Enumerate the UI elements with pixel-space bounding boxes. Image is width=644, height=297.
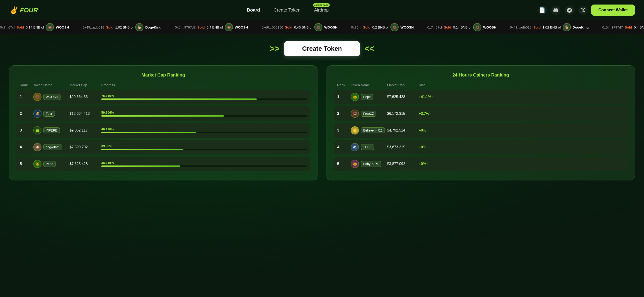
ticker-action: Sold: [197, 25, 205, 29]
market-cap-value: $7,625.428: [387, 95, 419, 99]
rise-cell: +0% ↑: [419, 128, 624, 132]
rise-arrow-icon: ↑: [427, 129, 428, 132]
rank-number: 1: [337, 95, 351, 99]
rise-value: +0%: [419, 128, 426, 132]
ticker-token-name: DogeKing: [572, 25, 589, 29]
rise-arrow-icon: ↑: [427, 145, 428, 149]
ticker-amount: 0.46 BNB of: [294, 25, 312, 29]
ticker-token-icon: 🐻: [473, 23, 481, 31]
chevron-right-icon: <<: [364, 44, 374, 53]
rise-cell: +3.7% ↑: [419, 112, 624, 116]
token-name-badge: FreeCZ: [361, 111, 376, 117]
progress-cell: 38.319%: [101, 161, 307, 167]
token-avatar: 🐻: [351, 110, 359, 118]
ticker-token-name: DogeKing: [145, 25, 161, 29]
token-avatar: 🐶: [33, 143, 42, 151]
progress-bar-bg: [101, 115, 307, 117]
nav-board[interactable]: Board: [247, 7, 260, 13]
connect-wallet-button[interactable]: Connect Wallet: [591, 4, 635, 16]
table-row[interactable]: 1 🐸 Pepe $7,625.428 +41.1% ↑: [334, 90, 628, 104]
create-token-hero-button[interactable]: Create Token: [284, 41, 360, 56]
rise-arrow-icon: ↑: [430, 112, 432, 115]
progress-cell: 59.606%: [101, 111, 307, 117]
rise-arrow-icon: ↑: [432, 95, 434, 99]
nav-create-token[interactable]: Create Token: [274, 7, 300, 13]
header-market-cap-g: Market Cap: [387, 83, 419, 87]
gainers-panel: 24 Hours Gainers Ranking Rank Token Name…: [326, 65, 635, 180]
chevron-left-icon: >>: [270, 44, 280, 53]
rise-value: +3.7%: [419, 112, 429, 116]
progress-label: 46.176%: [101, 127, 307, 131]
token-avatar: ✌️: [33, 110, 42, 118]
ticker-token-name: WOOSH: [235, 25, 248, 29]
ticker-amount: 0.14 BNB of: [26, 25, 44, 29]
ticker-item: 0x5f...9797d7 Sold 0.4 BNB of 🐻 WOOSH: [602, 23, 644, 31]
rank-number: 3: [337, 128, 351, 133]
rise-cell: +0% ↑: [419, 145, 624, 149]
progress-bar-bg: [101, 98, 307, 100]
progress-bar-fill: [101, 132, 196, 133]
token-avatar: 🐸: [33, 160, 42, 168]
token-name-badge: Four: [43, 111, 55, 117]
market-cap-value: $3,877.092: [387, 162, 419, 166]
logo-icon: ✌️: [9, 6, 18, 14]
table-row[interactable]: 5 🐸 Pepe $7,625.428 38.319%: [16, 157, 310, 171]
market-cap-value: $9,062.117: [70, 128, 101, 132]
ticker-action: Sold: [625, 25, 632, 29]
token-cell: ✌️ Four: [33, 110, 70, 118]
rank-number: 2: [20, 111, 33, 116]
header-market-cap: Market Cap: [70, 83, 101, 87]
table-row[interactable]: 5 🐸 BabyPEPE $3,877.092 +0% ↑: [334, 157, 628, 171]
table-row[interactable]: 1 🐻 WOOSH $20,664.53 75.616%: [16, 90, 310, 104]
rise-value: +0%: [419, 145, 426, 149]
header-token-name-g: Token Name: [351, 83, 387, 87]
logo[interactable]: ✌️ FOUR: [9, 6, 38, 14]
logo-text: FOUR: [20, 6, 38, 14]
ticker-addr: 0x7...67cf: [427, 25, 442, 29]
table-row[interactable]: 3 🐸 YIPEPE $9,062.117 46.176%: [16, 123, 310, 138]
rise-value: +41.1%: [419, 95, 431, 99]
token-name-badge: WOOSH: [43, 94, 60, 100]
progress-bar-fill: [101, 149, 183, 150]
token-cell: 🐸 Pepe: [351, 93, 387, 101]
market-cap-value: $4,792.514: [387, 128, 419, 132]
table-row[interactable]: 3 ⭐ Believe In CZ $4,792.514 +0% ↑: [334, 123, 628, 138]
ticker-token-icon: 🐕: [135, 23, 144, 31]
rank-number: 4: [20, 145, 33, 149]
main-content: >> Create Token << Market Cap Ranking Ra…: [0, 34, 644, 190]
header-progress: Progress: [101, 83, 307, 87]
ticker-amount: 1.02 BNB of: [542, 25, 561, 29]
ticker-token-name: WOOSH: [56, 25, 69, 29]
ticker-addr: 0x76...: [351, 25, 361, 29]
ticker-action: Sold: [16, 25, 24, 29]
ticker-token-icon: 🐻: [225, 23, 233, 31]
discord-icon[interactable]: [551, 6, 560, 15]
ticker-inner: 0x7...67cf Sold 0.14 BNB of 🐻 WOOSH 0x49…: [0, 23, 644, 31]
navbar: ✌️ FOUR Board Create Token coming soon A…: [0, 0, 644, 20]
token-name-badge: YIPEPE: [43, 127, 60, 133]
table-row[interactable]: 4 🐶 dogwifhat $7,890.702 39.93%: [16, 140, 310, 154]
progress-label: 59.606%: [101, 111, 307, 114]
ticker-item: 0xd6...066150 Sold 0.46 BNB of 🐻 WOOSH: [262, 23, 338, 31]
nav-links: Board Create Token coming soon Airdrop: [247, 7, 329, 13]
token-cell: 🐻 WOOSH: [33, 93, 70, 101]
table-row[interactable]: 4 🌊 TEEE $3,873.315 +0% ↑: [334, 140, 628, 154]
ticker-item: 0x76... Sold 0.2 BNB of 🐻 WOOSH: [351, 23, 414, 31]
table-row[interactable]: 2 ✌️ Four $12,664.413 59.606%: [16, 106, 310, 121]
market-cap-title: Market Cap Ranking: [16, 72, 310, 78]
header-rise: Rise: [419, 83, 624, 87]
ticker-token-icon: 🐻: [314, 23, 322, 31]
ticker-token-icon: 🐻: [390, 23, 398, 31]
rank-number: 5: [20, 162, 33, 166]
token-cell: 🐶 dogwifhat: [33, 143, 70, 151]
table-row[interactable]: 2 🐻 FreeCZ $6,172.315 +3.7% ↑: [334, 106, 628, 121]
docs-icon[interactable]: 📄: [538, 6, 547, 15]
header-token-name: Token Name: [33, 83, 70, 87]
telegram-icon[interactable]: [565, 6, 574, 15]
market-cap-value: $12,664.413: [70, 112, 101, 116]
nav-airdrop[interactable]: coming soon Airdrop: [314, 7, 328, 13]
ticker-item: 0x7...67cf Sold 0.14 BNB of 🐻 WOOSH: [427, 23, 496, 31]
ticker-token-icon: 🐕: [563, 23, 571, 31]
token-avatar: 🌊: [351, 143, 359, 151]
twitter-icon[interactable]: [578, 6, 588, 15]
